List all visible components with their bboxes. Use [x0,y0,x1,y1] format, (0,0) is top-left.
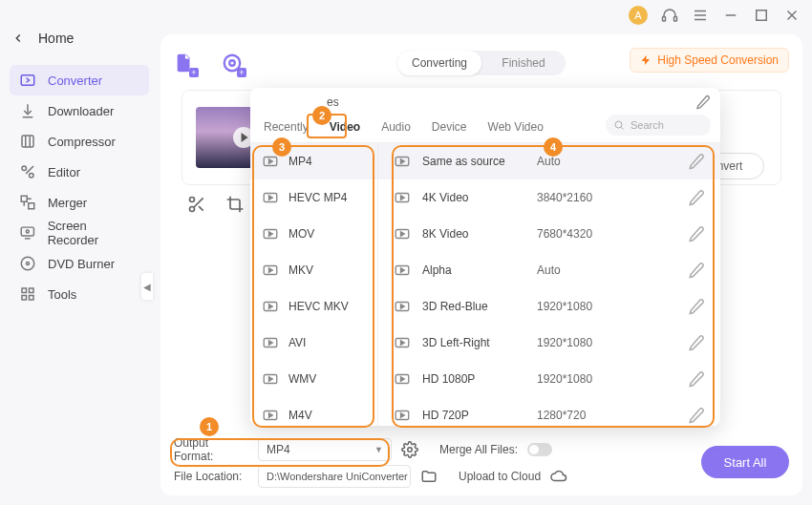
tab-converting[interactable]: Converting [397,51,481,75]
edit-resolution-icon[interactable] [688,153,705,170]
add-file-button[interactable]: + [174,53,195,74]
chevron-down-icon: ▼ [374,445,383,454]
close-icon[interactable] [783,7,801,24]
resolution-item[interactable]: HD 1080P1920*1080 [378,361,720,397]
resolution-item[interactable]: 4K Video3840*2160 [378,179,720,216]
svg-point-37 [615,121,622,128]
cloud-icon[interactable] [550,468,567,485]
format-item[interactable]: WMV [250,361,377,397]
svg-point-22 [26,230,29,233]
resolution-name: 8K Video [422,227,537,241]
svg-rect-0 [663,17,666,22]
sidebar-item-label: Downloader [48,104,114,118]
high-speed-conversion-button[interactable]: High Speed Conversion [630,48,789,73]
minimize-icon[interactable] [722,7,739,24]
edit-resolution-icon[interactable] [688,189,705,206]
merge-toggle[interactable] [527,443,552,456]
compressor-icon [19,133,36,150]
svg-line-38 [621,127,623,129]
format-item[interactable]: M4V [250,397,377,426]
sidebar-item-label: Compressor [48,135,116,149]
editor-icon [19,163,36,180]
output-format-value: MP4 [267,443,290,456]
format-label: AVI [288,336,306,349]
format-item[interactable]: AVI [250,325,377,361]
resolution-icon [394,370,411,388]
edit-resolution-icon[interactable] [688,262,705,279]
output-format-select[interactable]: MP4 ▼ [258,438,392,461]
sidebar-item-merger[interactable]: Merger [10,187,149,218]
converter-icon [19,72,36,89]
resolution-name: Same as source [422,155,537,168]
add-dvd-button[interactable]: + [222,53,243,74]
sidebar-item-compressor[interactable]: Compressor [10,126,149,157]
format-item[interactable]: MKV [250,252,377,288]
format-icon [262,153,279,170]
output-format-label: Output Format: [174,436,248,463]
edit-name-icon[interactable] [695,95,711,110]
format-item[interactable]: MOV [250,216,377,252]
edit-resolution-icon[interactable] [688,334,705,351]
format-label: MP4 [288,155,312,168]
collapse-sidebar-button[interactable]: ◀ [141,273,153,300]
trim-icon[interactable] [187,195,206,214]
file-location-select[interactable]: D:\Wondershare UniConverter 1 ▼ [258,465,411,488]
svg-marker-66 [401,341,405,346]
maximize-icon[interactable] [753,7,770,24]
resolution-list: Same as sourceAuto4K Video3840*21608K Vi… [378,143,720,426]
svg-rect-29 [30,296,34,301]
resolution-dim: Auto [537,155,688,168]
sidebar-item-editor[interactable]: Editor [10,157,149,187]
resolution-item[interactable]: 3D Left-Right1920*1080 [378,325,720,361]
settings-icon[interactable] [401,441,418,458]
tab-video[interactable]: Video [328,120,362,134]
sidebar-item-tools[interactable]: Tools [10,279,149,309]
format-item[interactable]: HEVC MKV [250,288,377,325]
file-location-label: File Location: [174,470,248,483]
edit-resolution-icon[interactable] [688,407,705,424]
resolution-item[interactable]: AlphaAuto [378,252,720,288]
svg-rect-27 [30,288,34,293]
search-input[interactable]: Search [606,115,711,136]
tab-device[interactable]: Device [430,120,469,134]
edit-resolution-icon[interactable] [688,298,705,315]
file-location-value: D:\Wondershare UniConverter 1 [267,471,411,482]
edit-resolution-icon[interactable] [688,370,705,388]
tab-recently[interactable]: Recently [262,120,310,134]
format-label: MKV [288,263,313,277]
sidebar-item-dvd-burner[interactable]: DVD Burner [10,248,149,279]
headset-icon[interactable] [661,7,678,24]
resolution-icon [394,262,411,279]
sidebar-item-converter[interactable]: Converter [10,65,149,95]
merge-label: Merge All Files: [439,443,518,456]
resolution-dim: Auto [537,263,688,277]
back-icon[interactable] [11,32,25,45]
upload-label: Upload to Cloud [459,470,541,483]
crop-icon[interactable] [225,195,245,214]
tab-web-video[interactable]: Web Video [486,120,545,134]
edit-resolution-icon[interactable] [688,225,705,242]
resolution-icon [394,153,411,170]
sidebar-item-downloader[interactable]: Downloader [10,95,149,126]
sidebar-item-screen-recorder[interactable]: Screen Recorder [10,218,149,248]
popover-tabs: Recently Video Audio Device Web Video Se… [250,111,720,143]
tab-finished[interactable]: Finished [481,51,566,75]
avatar-initial: A [634,10,641,21]
svg-point-33 [190,207,195,212]
resolution-item[interactable]: Same as sourceAuto [378,143,720,179]
resolution-item[interactable]: 3D Red-Blue1920*1080 [378,288,720,325]
format-item[interactable]: MP4 [250,143,377,179]
tab-audio[interactable]: Audio [379,120,413,134]
menu-icon[interactable] [692,7,709,24]
resolution-item[interactable]: HD 720P1280*720 [378,397,720,426]
svg-marker-52 [269,377,273,382]
home-label[interactable]: Home [38,31,74,46]
svg-marker-70 [401,413,405,418]
avatar[interactable]: A [629,6,648,25]
folder-icon[interactable] [420,468,438,485]
resolution-name: 4K Video [422,191,537,204]
resolution-item[interactable]: 8K Video7680*4320 [378,216,720,252]
format-item[interactable]: HEVC MP4 [250,179,377,216]
start-all-button[interactable]: Start All [701,446,789,478]
format-icon [262,334,279,351]
